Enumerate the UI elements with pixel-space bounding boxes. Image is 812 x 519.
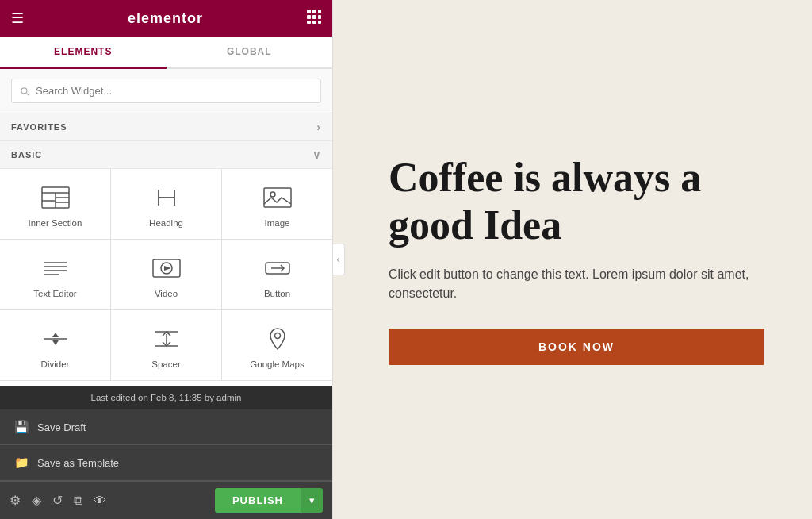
widget-spacer[interactable]: Spacer: [111, 310, 221, 380]
left-panel: ☰ elementor ELEMENTS GLOBAL FAVORITES › …: [0, 0, 333, 519]
widget-text-editor[interactable]: Text Editor: [0, 240, 110, 309]
canvas-heading: Coffee is always a good Idea: [389, 154, 764, 249]
image-label: Image: [265, 218, 290, 228]
svg-rect-18: [264, 188, 291, 207]
search-input[interactable]: [11, 79, 321, 103]
widget-heading[interactable]: Heading: [111, 169, 221, 239]
canvas-area: ‹ Coffee is always a good Idea Click edi…: [333, 0, 812, 519]
inner-section-icon: [41, 183, 70, 212]
svg-marker-31: [52, 340, 59, 345]
bottom-actions: 💾 Save Draft 📁 Save as Template: [0, 409, 332, 481]
hamburger-icon[interactable]: ☰: [11, 10, 24, 27]
preview-icon[interactable]: 👁: [94, 494, 106, 508]
history-icon[interactable]: ↺: [52, 493, 63, 508]
widget-button[interactable]: Button: [222, 240, 332, 309]
svg-rect-3: [307, 15, 311, 19]
cta-button[interactable]: BOOK NOW: [389, 329, 764, 365]
save-template-action[interactable]: 📁 Save as Template: [0, 445, 332, 481]
widget-divider[interactable]: Divider: [0, 310, 110, 380]
favorites-label: FAVORITES: [11, 122, 67, 132]
last-edited-info: Last edited on Feb 8, 11:35 by admin: [0, 386, 332, 409]
basic-section-header[interactable]: BASIC ∨: [0, 141, 332, 169]
save-draft-icon: 💾: [14, 420, 29, 434]
video-icon: [152, 254, 181, 283]
google-maps-label: Google Maps: [250, 359, 304, 369]
spacer-label: Spacer: [151, 359, 180, 369]
heading-icon: [152, 183, 181, 212]
responsive-icon[interactable]: ⧉: [74, 494, 82, 508]
widget-inner-section[interactable]: Inner Section: [0, 169, 110, 239]
panel-toggle[interactable]: ‹: [332, 244, 345, 275]
image-icon: [263, 183, 292, 212]
favorites-section-header[interactable]: FAVORITES ›: [0, 113, 332, 141]
svg-rect-7: [312, 21, 316, 24]
button-icon: [263, 254, 292, 283]
svg-rect-2: [318, 10, 321, 13]
logo: elementor: [128, 10, 203, 27]
publish-arrow-button[interactable]: ▾: [301, 488, 323, 513]
basic-chevron-icon: ∨: [312, 148, 321, 161]
widgets-grid: Inner Section Heading Imag: [0, 169, 332, 381]
svg-rect-4: [312, 15, 316, 19]
widget-google-maps[interactable]: Google Maps: [222, 310, 332, 380]
svg-point-19: [270, 192, 275, 197]
basic-label: BASIC: [11, 150, 42, 160]
heading-label: Heading: [149, 218, 183, 228]
tab-global[interactable]: GLOBAL: [167, 37, 333, 67]
layers-icon[interactable]: ◈: [32, 493, 41, 508]
svg-marker-30: [52, 333, 59, 337]
tab-elements[interactable]: ELEMENTS: [0, 37, 167, 69]
inner-section-label: Inner Section: [29, 218, 82, 228]
save-draft-label: Save Draft: [37, 421, 86, 433]
canvas-subtext: Click edit button to change this text. L…: [389, 265, 764, 303]
svg-point-35: [274, 333, 280, 339]
widget-video[interactable]: Video: [111, 240, 221, 309]
video-label: Video: [155, 289, 178, 298]
favorites-chevron-icon: ›: [316, 121, 321, 133]
footer-toolbar: ⚙ ◈ ↺ ⧉ 👁 PUBLISH ▾: [0, 481, 332, 519]
svg-rect-6: [307, 21, 311, 24]
divider-icon: [41, 325, 70, 353]
save-template-label: Save as Template: [37, 457, 119, 469]
svg-rect-5: [318, 15, 321, 19]
text-editor-label: Text Editor: [33, 289, 76, 298]
button-label: Button: [264, 289, 290, 298]
svg-rect-8: [318, 21, 321, 24]
svg-rect-1: [312, 10, 316, 13]
footer-left-icons: ⚙ ◈ ↺ ⧉ 👁: [10, 493, 106, 508]
text-editor-icon: [41, 254, 70, 283]
spacer-icon: [152, 325, 181, 353]
settings-icon[interactable]: ⚙: [10, 493, 21, 508]
publish-button[interactable]: PUBLISH: [215, 488, 301, 513]
publish-group: PUBLISH ▾: [215, 488, 323, 513]
svg-rect-0: [307, 10, 311, 13]
save-draft-action[interactable]: 💾 Save Draft: [0, 409, 332, 445]
panel-header: ☰ elementor: [0, 0, 332, 37]
save-template-icon: 📁: [14, 456, 29, 470]
divider-label: Divider: [41, 359, 70, 369]
panel-tabs: ELEMENTS GLOBAL: [0, 37, 332, 69]
grid-icon[interactable]: [307, 10, 321, 28]
widget-image[interactable]: Image: [222, 169, 332, 239]
google-maps-icon: [263, 325, 292, 353]
search-bar: [0, 69, 332, 113]
svg-marker-26: [164, 266, 171, 271]
bottom-bar: Last edited on Feb 8, 11:35 by admin 💾 S…: [0, 386, 332, 519]
